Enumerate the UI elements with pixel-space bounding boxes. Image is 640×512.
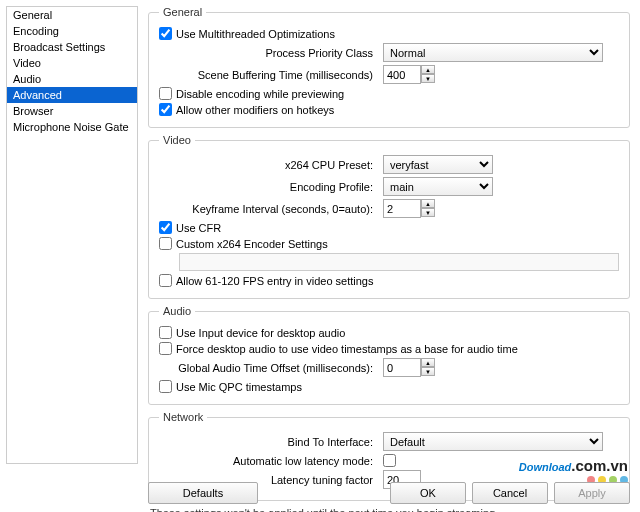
- bind-select[interactable]: Default: [383, 432, 603, 451]
- keyframe-down-icon[interactable]: ▼: [421, 208, 435, 217]
- allow-modifiers-label: Allow other modifiers on hotkeys: [176, 104, 334, 116]
- audio-group: Audio Use Input device for desktop audio…: [148, 305, 630, 405]
- offset-down-icon[interactable]: ▼: [421, 367, 435, 376]
- disable-preview-checkbox[interactable]: [159, 87, 172, 100]
- qpc-checkbox[interactable]: [159, 380, 172, 393]
- buffer-down-icon[interactable]: ▼: [421, 74, 435, 83]
- profile-select[interactable]: main: [383, 177, 493, 196]
- allow-modifiers-checkbox[interactable]: [159, 103, 172, 116]
- force-ts-label: Force desktop audio to use video timesta…: [176, 343, 518, 355]
- sidebar-item-mic-noise-gate[interactable]: Microphone Noise Gate: [7, 119, 137, 135]
- input-desktop-label: Use Input device for desktop audio: [176, 327, 345, 339]
- input-desktop-checkbox[interactable]: [159, 326, 172, 339]
- buffer-label: Scene Buffering Time (milliseconds): [159, 69, 379, 81]
- audio-legend: Audio: [159, 305, 195, 317]
- cfr-label: Use CFR: [176, 222, 221, 234]
- ok-button[interactable]: OK: [390, 482, 466, 504]
- profile-label: Encoding Profile:: [159, 181, 379, 193]
- allow-fps-label: Allow 61-120 FPS entry in video settings: [176, 275, 374, 287]
- video-group: Video x264 CPU Preset:veryfast Encoding …: [148, 134, 630, 299]
- video-legend: Video: [159, 134, 195, 146]
- priority-select[interactable]: Normal: [383, 43, 603, 62]
- multithread-label: Use Multithreaded Optimizations: [176, 28, 335, 40]
- priority-label: Process Priority Class: [159, 47, 379, 59]
- preset-select[interactable]: veryfast: [383, 155, 493, 174]
- custom-x264-checkbox[interactable]: [159, 237, 172, 250]
- general-group: General Use Multithreaded Optimizations …: [148, 6, 630, 128]
- custom-x264-label: Custom x264 Encoder Settings: [176, 238, 328, 250]
- defaults-button[interactable]: Defaults: [148, 482, 258, 504]
- settings-sidebar: General Encoding Broadcast Settings Vide…: [6, 6, 138, 464]
- keyframe-up-icon[interactable]: ▲: [421, 199, 435, 208]
- cfr-checkbox[interactable]: [159, 221, 172, 234]
- offset-up-icon[interactable]: ▲: [421, 358, 435, 367]
- sidebar-item-advanced[interactable]: Advanced: [7, 87, 137, 103]
- keyframe-label: Keyframe Interval (seconds, 0=auto):: [159, 203, 379, 215]
- qpc-label: Use Mic QPC timestamps: [176, 381, 302, 393]
- bind-label: Bind To Interface:: [159, 436, 379, 448]
- custom-x264-input[interactable]: [179, 253, 619, 271]
- sidebar-item-audio[interactable]: Audio: [7, 71, 137, 87]
- apply-button[interactable]: Apply: [554, 482, 630, 504]
- general-legend: General: [159, 6, 206, 18]
- multithread-checkbox[interactable]: [159, 27, 172, 40]
- footer-buttons: Defaults OK Cancel Apply: [0, 482, 640, 504]
- buffer-input[interactable]: [383, 65, 421, 84]
- keyframe-input[interactable]: [383, 199, 421, 218]
- sidebar-item-broadcast[interactable]: Broadcast Settings: [7, 39, 137, 55]
- sidebar-item-video[interactable]: Video: [7, 55, 137, 71]
- apply-note: These settings won't be applied until th…: [150, 507, 628, 512]
- cancel-button[interactable]: Cancel: [472, 482, 548, 504]
- force-ts-checkbox[interactable]: [159, 342, 172, 355]
- allow-fps-checkbox[interactable]: [159, 274, 172, 287]
- content-panel: General Use Multithreaded Optimizations …: [144, 6, 634, 464]
- sidebar-item-general[interactable]: General: [7, 7, 137, 23]
- sidebar-item-encoding[interactable]: Encoding: [7, 23, 137, 39]
- disable-preview-label: Disable encoding while previewing: [176, 88, 344, 100]
- offset-label: Global Audio Time Offset (milliseconds):: [159, 362, 379, 374]
- buffer-up-icon[interactable]: ▲: [421, 65, 435, 74]
- preset-label: x264 CPU Preset:: [159, 159, 379, 171]
- offset-input[interactable]: [383, 358, 421, 377]
- lowlat-label: Automatic low latency mode:: [159, 455, 379, 467]
- sidebar-item-browser[interactable]: Browser: [7, 103, 137, 119]
- lowlat-checkbox[interactable]: [383, 454, 396, 467]
- network-legend: Network: [159, 411, 207, 423]
